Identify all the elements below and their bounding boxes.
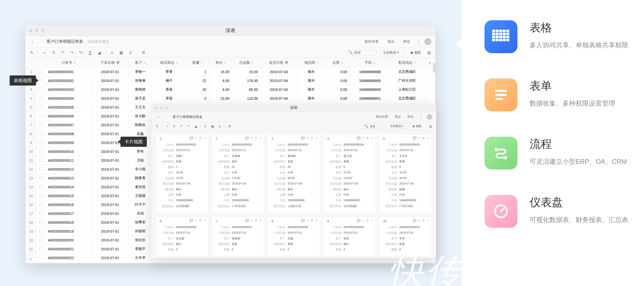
- copy-icon[interactable]: ⎘: [195, 136, 197, 140]
- cell-id[interactable]: A000000000006: [45, 112, 92, 121]
- card-item[interactable]: 💬⎘🗑✎6.订单号:A000000000006下单日期:2019-07-01客户…: [156, 217, 208, 257]
- copy-icon[interactable]: ⎘: [418, 219, 420, 222]
- row-checkbox[interactable]: [37, 130, 45, 138]
- delete-icon[interactable]: 🗑: [255, 136, 257, 140]
- titlebar[interactable]: 深表: [151, 104, 436, 112]
- cell-date[interactable]: 2019-07-01: [92, 254, 128, 262]
- cell-fee[interactable]: 0.00: [326, 94, 350, 103]
- copy-icon[interactable]: ⎘: [363, 136, 364, 140]
- cell-cust[interactable]: 谢子蓝: [128, 94, 152, 103]
- cell-cust[interactable]: 张大酷: [128, 112, 152, 121]
- cell-cust[interactable]: 卫鲲: [128, 156, 152, 165]
- row-checkbox[interactable]: [37, 147, 45, 156]
- cell-price[interactable]: 8.00: [209, 76, 232, 85]
- border-icon[interactable]: ▦: [118, 50, 124, 55]
- table-row[interactable]: 1A0000000000012019-07-01李晓一苹果115.0015.00…: [26, 68, 435, 76]
- edit-icon[interactable]: ✎: [427, 219, 429, 222]
- feature-form[interactable]: 表单 数据收集、多种权限设置管理: [485, 78, 629, 111]
- data-filter-select[interactable]: 全部数据 ▾: [380, 49, 405, 56]
- cell-id[interactable]: A000000000003: [45, 85, 92, 94]
- row-checkbox[interactable]: [37, 112, 45, 121]
- more-format-icon[interactable]: ⚙: [227, 124, 232, 129]
- cell-id[interactable]: A000000000016: [45, 200, 92, 209]
- cell-qty[interactable]: 5: [186, 94, 209, 103]
- collab-button[interactable]: 协作共享: [361, 38, 382, 46]
- border-icon[interactable]: ▦: [210, 124, 215, 129]
- cell-date[interactable]: 2019-07-01: [92, 165, 128, 174]
- cell-date[interactable]: 2019-07-01: [92, 209, 128, 218]
- cell-qty[interactable]: [186, 262, 209, 263]
- cell-cust[interactable]: 张琳琳: [128, 76, 152, 85]
- feature-flow[interactable]: 流程 可灵活建立小型ERP、OA、CRM: [485, 137, 629, 170]
- copy-icon[interactable]: ⎘: [195, 219, 197, 222]
- cell-id[interactable]: A000000000009: [45, 138, 92, 147]
- edit-icon[interactable]: ✎: [371, 219, 373, 222]
- cell-cust[interactable]: 古辛辛: [128, 254, 152, 262]
- column-header[interactable]: 手机A: [350, 58, 390, 68]
- cell-id[interactable]: A000000000008: [45, 130, 92, 138]
- export-button[interactable]: 导出: [384, 38, 397, 46]
- row-checkbox[interactable]: [37, 103, 45, 112]
- cell-cust[interactable]: 顾菁菁: [128, 174, 152, 183]
- cell-cust[interactable]: 张欣欣: [128, 236, 152, 245]
- traffic-lights[interactable]: [155, 107, 168, 109]
- card-item[interactable]: 💬⎘🗑✎2.订单号:A000000000002下单日期:2019-07-01客户…: [212, 134, 264, 213]
- cell-id[interactable]: A000000000021: [45, 245, 92, 254]
- cell-phone[interactable]: [350, 262, 390, 263]
- copy-icon[interactable]: ⎘: [363, 219, 364, 222]
- cell-id[interactable]: A000000000011: [45, 156, 92, 165]
- titlebar[interactable]: 深表: [25, 25, 435, 36]
- cell-addr[interactable]: 上海松江区: [390, 85, 424, 94]
- align-icon[interactable]: ≡: [109, 50, 115, 55]
- cell-date[interactable]: 2019-07-01: [92, 76, 128, 85]
- layout-icon[interactable]: ▤: [426, 50, 432, 55]
- edit-icon[interactable]: ✎: [315, 136, 318, 140]
- cell-id[interactable]: A000000000022: [45, 254, 92, 262]
- cell-fee[interactable]: 0.00: [326, 68, 350, 76]
- table-row[interactable]: 4A0000000000042019-07-01谢子蓝草莓522.00110.0…: [26, 94, 435, 103]
- column-header[interactable]: 订单号A: [45, 58, 92, 68]
- search-input[interactable]: 🔍: [363, 124, 385, 129]
- chat-icon[interactable]: 💬: [245, 219, 249, 222]
- delete-icon[interactable]: 🗑: [311, 136, 313, 140]
- cell-id[interactable]: A000000000002: [45, 76, 92, 85]
- delete-icon[interactable]: 🗑: [311, 219, 313, 222]
- delete-icon[interactable]: 🗑: [366, 219, 369, 222]
- copy-icon[interactable]: ⎘: [251, 219, 253, 222]
- add-icon[interactable]: +: [42, 50, 47, 55]
- card-item[interactable]: 💬⎘🗑✎5.订单号:A000000000005下单日期:2019-07-01客户…: [379, 134, 432, 213]
- cell-total[interactable]: 110.00: [232, 94, 261, 103]
- cell-date[interactable]: 2019-07-01: [92, 200, 128, 209]
- cell-ship[interactable]: 2019-07-04: [260, 85, 297, 94]
- cell-id[interactable]: A000000000005: [45, 103, 92, 112]
- cell-date[interactable]: 2019-07-01: [92, 218, 128, 227]
- more-format-icon[interactable]: ⚙: [140, 50, 146, 55]
- row-checkbox[interactable]: [37, 209, 45, 218]
- avatar[interactable]: [427, 114, 432, 120]
- card-item[interactable]: 💬⎘🗑✎8.订单号:A000000000008下单日期:2019-07-01客户…: [268, 217, 320, 257]
- copy-icon[interactable]: ⎘: [251, 136, 253, 140]
- redo-icon[interactable]: ↷: [186, 124, 191, 129]
- edit-icon[interactable]: ✎: [427, 136, 429, 140]
- edit-icon[interactable]: ✎: [204, 136, 206, 140]
- delete-icon[interactable]: 🗑: [199, 136, 202, 140]
- cell-id[interactable]: A000000000023: [45, 262, 92, 263]
- print-icon[interactable]: ⎙: [217, 124, 222, 129]
- refresh-icon[interactable]: ↻: [29, 50, 34, 55]
- cell-ship[interactable]: 2019-07-04: [260, 94, 297, 103]
- cell-carrier[interactable]: 顺丰: [297, 94, 326, 103]
- cell-cust[interactable]: 童欣悦: [128, 183, 152, 192]
- edit-icon[interactable]: ✎: [259, 219, 262, 222]
- delete-icon[interactable]: 🗑: [199, 219, 202, 222]
- row-checkbox[interactable]: [37, 245, 45, 254]
- cell-cust[interactable]: 高伟: [128, 209, 152, 218]
- nav-back-button[interactable]: ‹: [29, 39, 35, 45]
- copy-icon[interactable]: ⎘: [51, 50, 56, 55]
- cell-price[interactable]: 15.00: [209, 68, 232, 76]
- print-icon[interactable]: ⎙: [128, 50, 133, 55]
- cell-date[interactable]: 2019-07-01: [92, 236, 128, 245]
- chat-icon[interactable]: 💬: [413, 136, 416, 140]
- chat-icon[interactable]: 💬: [357, 219, 360, 222]
- row-checkbox[interactable]: [37, 94, 45, 103]
- feature-table[interactable]: 表格 多人协同共享、单独表格共享权限: [485, 20, 629, 53]
